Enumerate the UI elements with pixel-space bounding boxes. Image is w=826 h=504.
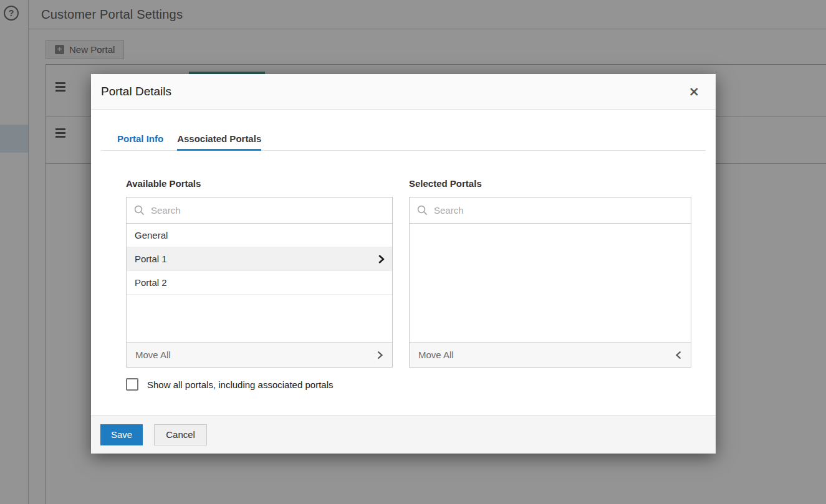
selected-search-row [410,197,691,224]
show-all-portals-checkbox[interactable] [126,378,138,391]
move-right-icon[interactable] [378,254,385,264]
chevron-right-icon [377,350,383,360]
list-item-portal-1[interactable]: Portal 1 [127,247,392,271]
available-search-row [127,197,392,224]
available-portals-listbox: General Portal 1 Portal 2 [126,197,393,368]
chevron-left-icon [675,350,682,360]
available-search-input[interactable] [151,205,385,216]
search-icon [134,205,145,216]
modal-tabs: Portal Info Associated Portals [101,110,706,151]
modal-title: Portal Details [101,85,171,98]
selected-search-input[interactable] [434,205,683,216]
save-button[interactable]: Save [100,424,143,445]
move-all-right-button[interactable]: Move All [127,342,392,367]
show-all-portals-row: Show all portals, including associated p… [126,378,691,391]
available-portals-label: Available Portals [126,178,393,189]
portal-details-modal: Portal Details × Portal Info Associated … [91,74,716,454]
list-item-portal-2[interactable]: Portal 2 [127,271,392,295]
modal-header: Portal Details × [91,74,716,110]
move-all-left-button[interactable]: Move All [410,342,691,367]
list-item-general[interactable]: General [127,224,392,247]
selected-portals-label: Selected Portals [409,178,691,189]
cancel-button[interactable]: Cancel [154,424,207,445]
search-icon [417,205,428,216]
modal-body: Available Portals General [91,151,716,391]
selected-portals-list [410,224,691,342]
show-all-portals-label: Show all portals, including associated p… [147,379,334,390]
selected-portals-panel: Selected Portals Move All [409,178,691,368]
tab-portal-info[interactable]: Portal Info [117,110,163,150]
tab-associated-portals[interactable]: Associated Portals [177,110,261,150]
selected-portals-listbox: Move All [409,197,691,368]
modal-footer: Save Cancel [91,415,716,454]
available-portals-panel: Available Portals General [126,178,393,368]
available-portals-list: General Portal 1 Portal 2 [127,224,392,342]
close-icon[interactable]: × [688,85,699,98]
